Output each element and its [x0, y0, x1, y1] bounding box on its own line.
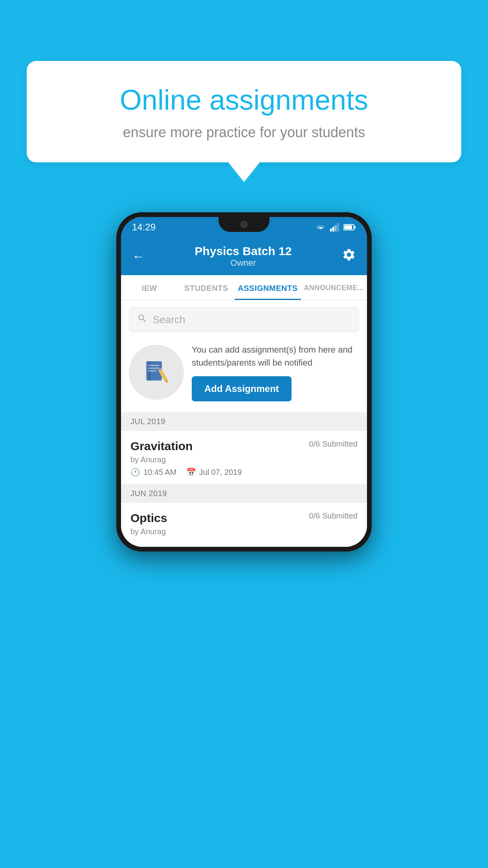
- svg-rect-2: [332, 227, 334, 232]
- wifi-icon: [315, 223, 326, 232]
- assignment-gravitation-time: 🕐 10:45 AM: [130, 467, 177, 477]
- notch: [218, 217, 270, 232]
- assignment-gravitation-title: Gravitation: [130, 440, 193, 453]
- promo-text: You can add assignment(s) from here and …: [192, 343, 359, 401]
- search-bar[interactable]: Search: [129, 307, 359, 332]
- assignment-gravitation-submitted: 0/6 Submitted: [309, 440, 358, 449]
- assignment-optics[interactable]: Optics 0/6 Submitted by Anurag: [121, 503, 367, 547]
- speech-bubble-arrow: [228, 162, 260, 182]
- svg-rect-10: [148, 365, 159, 366]
- batch-title: Physics Batch 12: [195, 245, 292, 258]
- svg-rect-6: [354, 226, 356, 228]
- promo-card: You can add assignment(s) from here and …: [129, 339, 359, 405]
- svg-rect-11: [148, 368, 159, 368]
- content-area: Search: [121, 300, 367, 547]
- svg-rect-7: [344, 225, 352, 229]
- settings-icon[interactable]: [342, 248, 356, 265]
- tab-iew[interactable]: IEW: [121, 275, 178, 300]
- assignment-gravitation[interactable]: Gravitation 0/6 Submitted by Anurag 🕐 10…: [121, 431, 367, 484]
- search-placeholder: Search: [153, 314, 185, 326]
- header-title-area: Physics Batch 12 Owner: [195, 245, 292, 268]
- section-jul-2019: JUL 2019: [121, 412, 367, 431]
- svg-rect-3: [335, 225, 337, 232]
- tab-assignments[interactable]: ASSIGNMENTS: [235, 275, 301, 300]
- svg-rect-1: [330, 229, 332, 232]
- assignment-gravitation-date: 📅 Jul 07, 2019: [186, 467, 242, 477]
- assignment-optics-submitted: 0/6 Submitted: [309, 511, 358, 520]
- phone-container: 14:29: [116, 212, 372, 552]
- speech-bubble-subtitle: ensure more practice for your students: [54, 124, 434, 141]
- phone-screen: 14:29: [121, 217, 367, 547]
- assignment-gravitation-time-value: 10:45 AM: [143, 468, 177, 477]
- add-assignment-button[interactable]: Add Assignment: [192, 376, 292, 401]
- tab-announcements[interactable]: ANNOUNCEME...: [301, 275, 367, 300]
- speech-bubble-title: Online assignments: [54, 85, 434, 116]
- assignment-gravitation-header: Gravitation 0/6 Submitted: [130, 440, 358, 453]
- assignment-gravitation-date-value: Jul 07, 2019: [199, 468, 242, 477]
- tabs-bar: IEW STUDENTS ASSIGNMENTS ANNOUNCEME...: [121, 275, 367, 300]
- battery-icon: [343, 224, 356, 231]
- app-header: ← Physics Batch 12 Owner: [121, 237, 367, 275]
- phone-outer: 14:29: [116, 212, 372, 552]
- assignment-optics-header: Optics 0/6 Submitted: [130, 511, 358, 525]
- signal-icon: [330, 223, 339, 232]
- assignment-optics-by: by Anurag: [130, 527, 358, 536]
- svg-rect-12: [148, 370, 156, 371]
- speech-bubble-container: Online assignments ensure more practice …: [27, 61, 461, 182]
- assignment-gravitation-meta: 🕐 10:45 AM 📅 Jul 07, 2019: [130, 467, 358, 477]
- search-icon: [137, 313, 147, 326]
- batch-subtitle: Owner: [195, 258, 292, 268]
- back-button[interactable]: ←: [132, 249, 145, 264]
- status-bar: 14:29: [121, 217, 367, 237]
- tab-students[interactable]: STUDENTS: [178, 275, 235, 300]
- section-jun-2019: JUN 2019: [121, 484, 367, 503]
- status-icons: [315, 223, 356, 232]
- svg-rect-4: [337, 223, 339, 232]
- background: Online assignments ensure more practice …: [0, 0, 488, 868]
- assignment-optics-title: Optics: [130, 511, 167, 525]
- calendar-icon: 📅: [186, 467, 196, 477]
- promo-icon: [129, 345, 184, 400]
- clock-icon: 🕐: [130, 467, 140, 477]
- camera: [240, 221, 248, 228]
- assignment-gravitation-by: by Anurag: [130, 455, 358, 464]
- status-time: 14:29: [132, 222, 156, 233]
- promo-description: You can add assignment(s) from here and …: [192, 343, 359, 369]
- speech-bubble: Online assignments ensure more practice …: [27, 61, 461, 162]
